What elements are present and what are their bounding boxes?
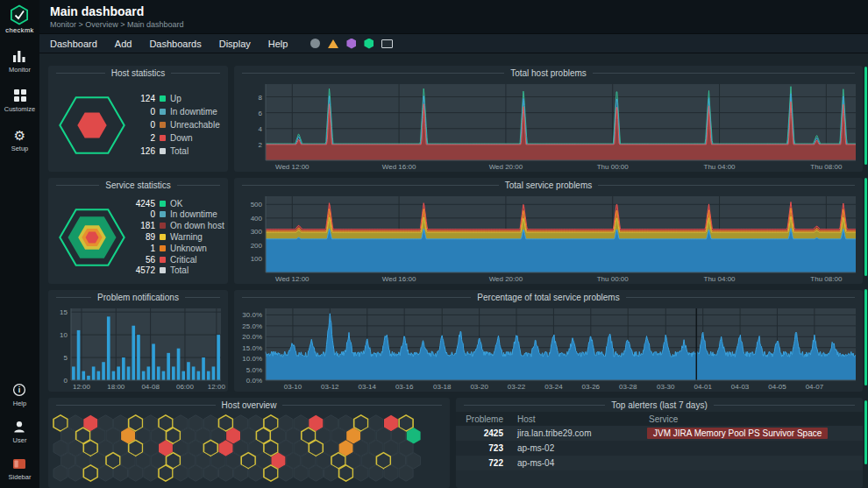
host-hexagon[interactable] [399, 465, 413, 481]
panel-problem-notifications: Problem notifications 05101512:0018:0004… [48, 290, 228, 392]
host-name[interactable]: jira.lan.tribe29.com [510, 428, 642, 438]
panel-total-host-problems: Total host problems 2468Wed 12:00Wed 16:… [234, 66, 863, 172]
table-row[interactable]: 2425jira.lan.tribe29.comJVM JIRA Memory … [456, 426, 863, 441]
host-hexagon[interactable] [279, 465, 293, 481]
host-hexagon[interactable] [309, 465, 323, 481]
service-state-hexagon[interactable] [55, 202, 129, 272]
notifications-chart[interactable]: 05101512:0018:0004-0806:0012:00 [48, 304, 228, 392]
svg-text:0: 0 [64, 377, 68, 385]
legend-row: 0Unreachable [129, 118, 228, 131]
host-state-hexagon[interactable] [55, 90, 129, 160]
menu-item-dashboards[interactable]: Dashboards [149, 39, 201, 49]
customize-grid-icon [13, 88, 27, 103]
column-header[interactable]: Service [642, 414, 863, 424]
host-hexagon[interactable] [384, 465, 398, 481]
host-name[interactable]: ap-ms-04 [510, 458, 642, 468]
sidebar-item-customize[interactable]: Customize [4, 88, 35, 113]
panel-percentage-service-problems: Percentage of total service problems 0.0… [234, 290, 863, 392]
scrollbar-thumb[interactable] [864, 67, 867, 165]
sidebar-item-monitor[interactable]: Monitor [9, 49, 31, 74]
hexagon-purple-icon[interactable] [346, 39, 356, 49]
table-row[interactable]: 722ap-ms-04 [456, 456, 863, 470]
legend-color-swatch [160, 135, 166, 141]
legend-value: 124 [129, 94, 155, 103]
sidebar: checkmk Monitor Customize ⚙ Setup i Help… [0, 0, 39, 488]
table-header-row: ProblemeHostService [456, 412, 863, 426]
svg-text:04-05: 04-05 [768, 383, 786, 391]
svg-text:Wed 16:00: Wed 16:00 [382, 163, 416, 171]
host-overview-grid[interactable] [48, 412, 450, 488]
pct-chart[interactable]: 0.0%5.0%10.0%15.0%20.0%25.0%30.0%03-1003… [234, 304, 863, 392]
panel-service-statistics: Service statistics 4245OK0In downtime181… [48, 178, 228, 284]
panel-title: Host statistics [111, 68, 166, 78]
column-header[interactable]: Host [510, 414, 642, 424]
service-problems-chart[interactable]: 100200300400500Wed 12:00Wed 16:00Wed 20:… [234, 192, 863, 284]
host-hexagon[interactable] [98, 465, 112, 481]
host-hexagon[interactable] [369, 465, 383, 481]
panel-title: Total host problems [510, 68, 587, 78]
svg-text:25.0%: 25.0% [242, 322, 262, 330]
svg-text:04-01: 04-01 [694, 383, 712, 391]
host-hexagon[interactable] [129, 465, 143, 481]
host-hexagon[interactable] [114, 465, 128, 481]
legend-color-swatch [160, 122, 166, 128]
host-hexagon[interactable] [189, 465, 203, 481]
svg-text:6: 6 [259, 110, 263, 117]
display-screen-icon[interactable] [381, 39, 393, 48]
sidebar-item-user[interactable]: User [12, 420, 26, 444]
svg-text:500: 500 [251, 201, 263, 209]
globe-icon[interactable] [310, 39, 320, 48]
warning-triangle-icon[interactable] [328, 39, 338, 48]
svg-text:100: 100 [251, 255, 263, 263]
host-hexagon[interactable] [68, 465, 82, 481]
service-badge[interactable]: JVM JIRA Memory Pool PS Survivor Space [647, 428, 828, 439]
svg-text:06:00: 06:00 [176, 383, 195, 391]
host-name[interactable]: ap-ms-02 [510, 443, 642, 453]
checkmk-logo[interactable]: checkmk [5, 4, 33, 34]
legend-value: 89 [129, 232, 155, 242]
host-hexagon[interactable] [264, 465, 278, 481]
host-hexagon[interactable] [159, 465, 173, 481]
host-hexagon[interactable] [324, 465, 338, 481]
host-hexagon[interactable] [249, 465, 263, 481]
legend-label: In downtime [170, 107, 228, 117]
scrollbar-thumb[interactable] [864, 400, 867, 464]
legend-row: 124Up [129, 92, 228, 105]
host-hexagon[interactable] [203, 465, 217, 481]
legend-value: 56 [129, 255, 155, 265]
sidebar-item-help[interactable]: i Help [12, 383, 26, 407]
host-hexagon[interactable] [219, 465, 233, 481]
scrollbar-thumb[interactable] [864, 289, 867, 385]
svg-text:03-30: 03-30 [657, 383, 675, 391]
menu-item-add[interactable]: Add [115, 39, 132, 49]
host-hexagon[interactable] [294, 465, 308, 481]
hexagon-green-icon[interactable] [364, 39, 374, 49]
host-hexagon[interactable] [174, 465, 188, 481]
legend-color-swatch [160, 245, 166, 251]
panel-title: Percentage of total service problems [477, 293, 619, 302]
host-hexagon[interactable] [234, 465, 248, 481]
scrollbar-thumb[interactable] [864, 178, 867, 276]
page-title: Main dashboard [50, 4, 868, 18]
sidebar-item-setup[interactable]: ⚙ Setup [11, 128, 29, 152]
menu-item-display[interactable]: Display [219, 39, 251, 49]
column-header[interactable]: Probleme [456, 414, 510, 424]
host-problems-chart[interactable]: 2468Wed 12:00Wed 16:00Wed 20:00Thu 00:00… [234, 80, 863, 172]
menu-item-dashboard[interactable]: Dashboard [50, 39, 97, 49]
sidebar-toggle-icon [12, 456, 26, 470]
host-hexagon[interactable] [354, 465, 368, 481]
host-hexagon[interactable] [83, 465, 97, 481]
svg-text:Thu 04:00: Thu 04:00 [704, 275, 736, 283]
sidebar-item-label: Sidebar [9, 473, 32, 481]
menu-item-help[interactable]: Help [268, 39, 288, 49]
legend-row: 0In downtime [129, 105, 228, 118]
breadcrumb[interactable]: Monitor > Overview > Main dashboard [50, 20, 868, 29]
table-row[interactable]: 723ap-ms-02 [456, 441, 863, 456]
legend-value: 0 [129, 107, 155, 117]
legend-row: 4572Total [129, 265, 228, 276]
host-hexagon[interactable] [53, 465, 68, 481]
host-hexagon[interactable] [144, 465, 158, 481]
host-hexagon[interactable] [339, 465, 353, 481]
sidebar-item-sidebar-toggle[interactable]: Sidebar [9, 456, 32, 481]
checkmk-hexagon-icon [8, 4, 31, 25]
